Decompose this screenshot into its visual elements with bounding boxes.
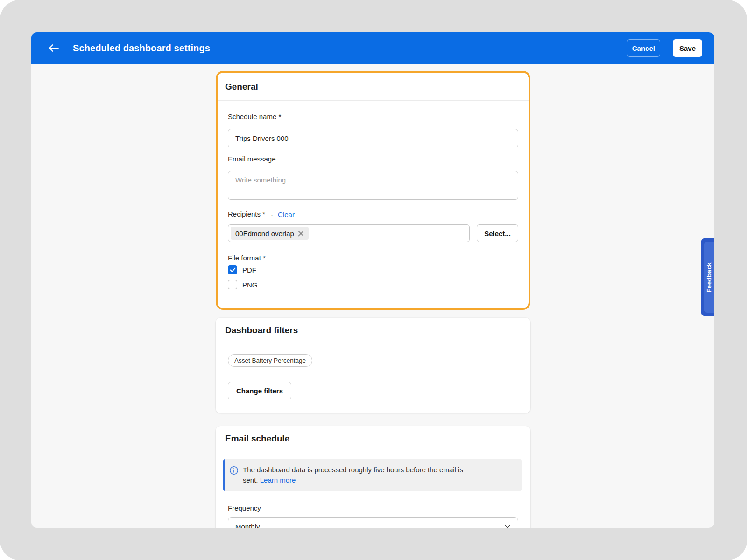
email-schedule-title: Email schedule	[216, 426, 530, 451]
change-filters-button[interactable]: Change filters	[228, 382, 291, 399]
arrow-left-icon	[49, 44, 59, 52]
feedback-tab-inner: Feedback	[704, 242, 714, 313]
feedback-tab-label: Feedback	[705, 262, 712, 293]
check-icon	[230, 267, 236, 273]
chevron-down-icon	[504, 525, 511, 528]
app-header: Scheduled dashboard settings Cancel Save	[31, 32, 714, 64]
png-checkbox-label: PNG	[242, 281, 258, 289]
app-window: Scheduled dashboard settings Cancel Save…	[31, 32, 714, 528]
page-content: General Schedule name * Email message Re…	[31, 64, 714, 528]
remove-recipient-icon[interactable]	[298, 231, 304, 237]
info-icon	[229, 466, 239, 475]
pdf-checkbox-label: PDF	[242, 266, 256, 274]
clear-recipients-link[interactable]: Clear	[278, 210, 295, 218]
dashboard-filters-section: Dashboard filters Asset Battery Percenta…	[216, 318, 530, 413]
frequency-select[interactable]: Monthly	[228, 517, 518, 528]
cancel-button[interactable]: Cancel	[627, 39, 660, 57]
feedback-tab[interactable]: Feedback	[701, 238, 714, 316]
general-section-title: General	[218, 73, 529, 101]
general-section-highlighted: General Schedule name * Email message Re…	[216, 71, 530, 310]
file-format-label: File format *	[228, 254, 518, 262]
pdf-checkbox[interactable]	[228, 265, 237, 274]
save-button[interactable]: Save	[673, 39, 702, 57]
filter-pill: Asset Battery Percentage	[228, 354, 312, 367]
learn-more-link[interactable]: Learn more	[260, 476, 296, 484]
recipients-input[interactable]: 00Edmond overlap	[228, 224, 470, 242]
frequency-label: Frequency	[228, 504, 518, 512]
info-banner: The dashboard data is processed roughly …	[223, 459, 522, 491]
separator-dot: ·	[271, 210, 273, 218]
recipient-tag-label: 00Edmond overlap	[235, 230, 294, 238]
dashboard-filters-title: Dashboard filters	[216, 318, 530, 343]
recipient-tag: 00Edmond overlap	[231, 227, 309, 240]
select-recipients-button[interactable]: Select...	[477, 224, 518, 242]
back-button[interactable]	[48, 42, 60, 54]
email-message-label: Email message	[228, 155, 518, 163]
page-title: Scheduled dashboard settings	[73, 43, 210, 54]
frequency-value: Monthly	[235, 523, 260, 528]
email-schedule-section: Email schedule The dashboard data is pro…	[216, 426, 530, 528]
schedule-name-input[interactable]	[228, 129, 518, 147]
schedule-name-label: Schedule name *	[228, 112, 518, 121]
email-message-input[interactable]	[228, 171, 518, 200]
desktop-background: Scheduled dashboard settings Cancel Save…	[0, 0, 747, 560]
png-checkbox[interactable]	[228, 280, 237, 289]
recipients-label: Recipients *	[228, 210, 265, 218]
